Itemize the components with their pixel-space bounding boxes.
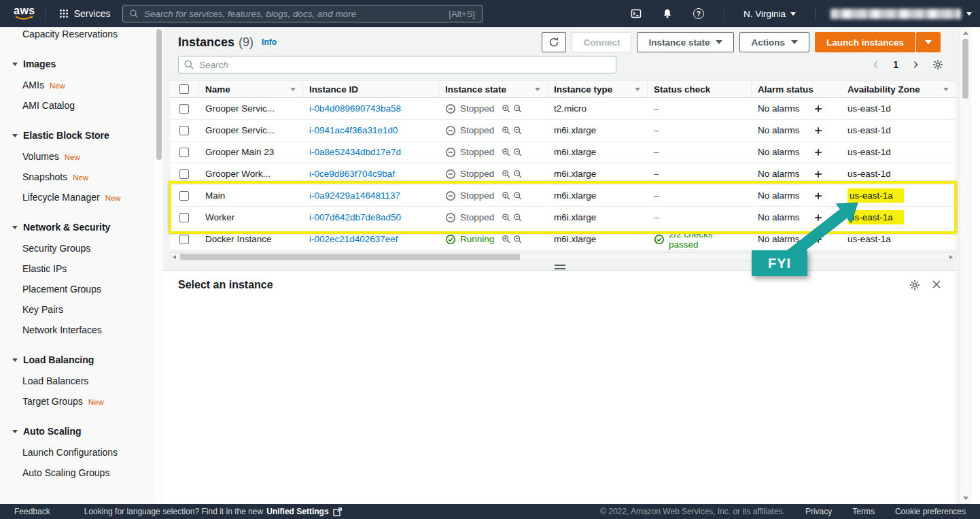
sidebar-item-capacity-reservations[interactable]: Capacity Reservations: [0, 27, 154, 44]
table-horizontal-scrollbar[interactable]: [170, 252, 956, 261]
instance-id-link[interactable]: i-0b4d089690743ba58: [309, 103, 401, 114]
sidebar-section-images[interactable]: Images: [0, 53, 154, 75]
sidebar-section-load-balancing[interactable]: Load Balancing: [0, 349, 154, 371]
unified-settings-link[interactable]: Unified Settings: [266, 507, 328, 516]
sidebar-item-key-pairs[interactable]: Key Pairs: [0, 299, 154, 320]
table-row-worker[interactable]: Worker i-007d642db7de8ad50 Stopped m6i.x…: [170, 207, 956, 229]
row-checkbox[interactable]: [179, 148, 189, 157]
main-vertical-scrollbar[interactable]: [960, 28, 970, 503]
panel-close-button[interactable]: [931, 279, 942, 292]
scroll-up-icon[interactable]: [963, 31, 968, 35]
launch-instances-dropdown[interactable]: [916, 32, 941, 52]
row-checkbox[interactable]: [179, 213, 189, 222]
previous-page-button[interactable]: [871, 59, 881, 70]
cloudshell-button[interactable]: [620, 0, 652, 27]
scroll-down-icon[interactable]: [963, 497, 968, 500]
region-selector[interactable]: N. Virginia: [734, 9, 805, 19]
services-menu[interactable]: Services: [55, 8, 115, 19]
sidebar-item-network-interfaces[interactable]: Network Interfaces: [0, 320, 154, 340]
sidebar-item-auto-scaling-groups[interactable]: Auto Scaling Groups: [0, 463, 154, 483]
filter-include-icon[interactable]: [502, 235, 511, 244]
panel-preferences-button[interactable]: [909, 280, 920, 293]
notifications-button[interactable]: [652, 0, 683, 27]
table-row-main[interactable]: Main i-0a92429a146481137 Stopped m6i.xla…: [170, 185, 956, 207]
next-page-button[interactable]: [910, 59, 921, 70]
scroll-left-icon[interactable]: [173, 255, 176, 259]
current-page[interactable]: 1: [893, 59, 898, 70]
sort-icon[interactable]: [943, 88, 949, 91]
row-checkbox[interactable]: [179, 235, 189, 244]
filter-include-icon[interactable]: [502, 213, 511, 222]
connect-button[interactable]: Connect: [572, 32, 631, 52]
vertical-scrollbar-thumb[interactable]: [962, 39, 968, 99]
filter-exclude-icon[interactable]: [513, 191, 523, 201]
sort-icon[interactable]: [635, 88, 640, 91]
instance-filter-input[interactable]: [178, 56, 616, 73]
sort-icon[interactable]: [535, 88, 540, 91]
instance-id-link[interactable]: i-0ce9d863f704c9baf: [309, 169, 395, 179]
actions-dropdown[interactable]: Actions: [739, 32, 809, 52]
filter-exclude-icon[interactable]: [513, 169, 523, 179]
filter-exclude-icon[interactable]: [513, 126, 523, 135]
launch-instances-button[interactable]: Launch instances: [815, 32, 915, 52]
instance-id-link[interactable]: i-0a8e52434dbd17e7d: [309, 147, 401, 157]
instance-id-link[interactable]: i-007d642db7de8ad50: [309, 212, 401, 222]
account-menu[interactable]: [825, 9, 980, 19]
table-row[interactable]: Grooper Servic... i-0b4d089690743ba58 St…: [170, 98, 956, 120]
add-alarm-button[interactable]: [813, 169, 823, 179]
refresh-button[interactable]: [542, 32, 566, 52]
sidebar-item-elastic-ips[interactable]: Elastic IPs: [0, 258, 154, 279]
global-search[interactable]: [Alt+S]: [122, 5, 483, 22]
filter-exclude-icon[interactable]: [513, 104, 523, 114]
row-checkbox[interactable]: [179, 169, 189, 179]
sidebar-item-snapshots[interactable]: SnapshotsNew: [0, 167, 154, 187]
info-link[interactable]: Info: [262, 37, 277, 47]
instance-id-link[interactable]: i-0941ac4f36a31e1d0: [309, 125, 398, 135]
table-row[interactable]: Grooper Servic... i-0941ac4f36a31e1d0 St…: [170, 120, 956, 141]
row-checkbox[interactable]: [179, 126, 189, 135]
filter-include-icon[interactable]: [502, 191, 511, 201]
help-button[interactable]: ?: [683, 0, 714, 27]
aws-logo[interactable]: aws: [14, 6, 35, 21]
add-alarm-button[interactable]: [813, 191, 823, 201]
row-checkbox[interactable]: [179, 191, 189, 201]
scroll-right-icon[interactable]: [949, 255, 953, 259]
sidebar-item-ami-catalog[interactable]: AMI Catalog: [0, 95, 154, 116]
filter-exclude-icon[interactable]: [513, 148, 523, 157]
instance-state-dropdown[interactable]: Instance state: [637, 32, 734, 52]
cookie-preferences-link[interactable]: Cookie preferences: [895, 507, 966, 516]
sort-icon[interactable]: [290, 88, 296, 91]
filter-exclude-icon[interactable]: [513, 235, 523, 244]
instance-id-link[interactable]: i-002ec21d402637eef: [309, 234, 398, 244]
sidebar-item-amis[interactable]: AMIsNew: [0, 75, 154, 95]
panel-resize-handle[interactable]: [555, 265, 565, 269]
sidebar-item-lifecycle-manager[interactable]: Lifecycle ManagerNew: [0, 187, 154, 207]
row-checkbox[interactable]: [179, 104, 189, 114]
add-alarm-button[interactable]: [813, 104, 823, 114]
feedback-link[interactable]: Feedback: [14, 507, 50, 516]
filter-include-icon[interactable]: [502, 148, 511, 157]
terms-link[interactable]: Terms: [852, 507, 875, 516]
sidebar-item-load-balancers[interactable]: Load Balancers: [0, 371, 154, 391]
table-row[interactable]: Docker Instance i-002ec21d402637eef Runn…: [170, 229, 956, 250]
add-alarm-button[interactable]: [813, 126, 823, 135]
sidebar-item-launch-configurations[interactable]: Launch Configurations: [0, 442, 154, 463]
global-search-input[interactable]: [144, 9, 449, 19]
sidebar-section-auto-scaling[interactable]: Auto Scaling: [0, 420, 154, 442]
filter-include-icon[interactable]: [502, 169, 511, 179]
add-alarm-button[interactable]: [813, 213, 823, 222]
sidebar-section-network-security[interactable]: Network & Security: [0, 216, 154, 238]
select-all-checkbox[interactable]: [179, 84, 189, 94]
sidebar-item-placement-groups[interactable]: Placement Groups: [0, 279, 154, 299]
instance-id-link[interactable]: i-0a92429a146481137: [309, 190, 400, 201]
add-alarm-button[interactable]: [813, 235, 823, 244]
sidebar-item-security-groups[interactable]: Security Groups: [0, 238, 154, 258]
filter-include-icon[interactable]: [502, 104, 511, 114]
privacy-link[interactable]: Privacy: [805, 507, 832, 516]
filter-exclude-icon[interactable]: [513, 213, 523, 222]
horizontal-scrollbar-thumb[interactable]: [180, 254, 520, 260]
sidebar-scrollbar-thumb[interactable]: [156, 29, 162, 160]
filter-include-icon[interactable]: [502, 126, 511, 135]
sidebar-section-elastic-block-store[interactable]: Elastic Block Store: [0, 124, 154, 146]
preferences-button[interactable]: [932, 59, 943, 70]
